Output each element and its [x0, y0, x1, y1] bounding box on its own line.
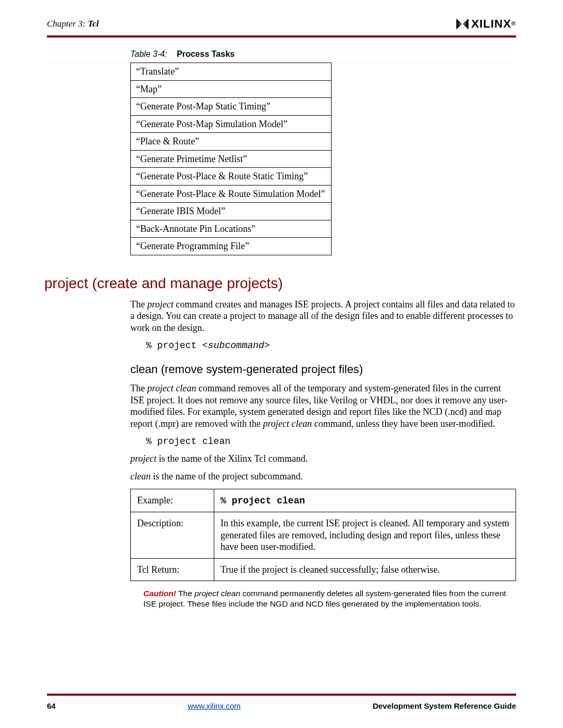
clean-syntax-line: % project clean: [146, 436, 516, 448]
page-header: Chapter 3: Tcl XILINX®: [47, 16, 516, 32]
project-syntax-line: % project <subcommand>: [146, 340, 516, 352]
table-caption-title: Process Tasks: [177, 50, 235, 58]
xilinx-logo: XILINX®: [456, 17, 516, 31]
svg-point-2: [459, 23, 460, 25]
process-task-row: “Translate”: [131, 63, 332, 81]
table-row: Description: In this example, the curren…: [131, 512, 516, 559]
footer-guide-title: Development System Reference Guide: [373, 701, 516, 711]
section-heading-project: project (create and manage projects): [44, 274, 516, 292]
caution-label: Caution!: [143, 589, 176, 598]
description-text: In this example, the current ISE project…: [214, 512, 516, 559]
table-caption-label: Table 3-4:: [130, 50, 167, 58]
footer-rule: [47, 694, 516, 696]
table-caption: Table 3-4: Process Tasks: [130, 49, 516, 59]
process-task-row: “Generate Post-Place & Route Static Timi…: [131, 168, 332, 186]
tcl-return-label: Tcl Return:: [131, 558, 214, 581]
page-footer: 64 www.xilinx.com Development System Ref…: [47, 701, 516, 711]
section-intro-paragraph: The project command creates and manages …: [130, 299, 516, 334]
svg-point-3: [464, 23, 466, 25]
process-task-row: “Back-Annotate Pin Locations”: [131, 220, 332, 238]
chapter-name: Tcl: [88, 19, 99, 29]
content-area: Table 3-4: Process Tasks “Translate” “Ma…: [86, 49, 516, 609]
header-rule: [47, 35, 516, 38]
process-tasks-table: “Translate” “Map” “Generate Post-Map Sta…: [130, 63, 332, 255]
chapter-label: Chapter 3: Tcl: [47, 18, 99, 29]
chapter-prefix: Chapter 3:: [47, 19, 85, 29]
clean-description-paragraph: The project clean command removes all of…: [130, 382, 516, 429]
process-task-row: “Place & Route”: [131, 133, 332, 151]
process-task-row: “Map”: [131, 80, 332, 98]
command-example-table: Example: % project clean Description: In…: [130, 489, 516, 582]
table-row: Tcl Return: True if the project is clean…: [131, 558, 516, 581]
description-label: Description:: [131, 512, 214, 559]
xilinx-logo-text: XILINX: [471, 17, 511, 31]
registered-mark: ®: [511, 20, 516, 28]
process-task-row: “Generate Post-Map Static Timing”: [131, 98, 332, 116]
clean-name-note: clean is the name of the project subcomm…: [130, 471, 516, 483]
footer-link[interactable]: www.xilinx.com: [188, 701, 241, 711]
table-row: Example: % project clean: [131, 489, 516, 512]
process-task-row: “Generate Primetime Netlist”: [131, 150, 332, 168]
subsection-heading-clean: clean (remove system-generated project f…: [130, 362, 516, 377]
example-label: Example:: [131, 489, 214, 512]
process-task-row: “Generate Programming File”: [131, 238, 332, 255]
caution-note: Caution! The project clean command perma…: [143, 588, 516, 609]
process-task-row: “Generate IBIS Model”: [131, 203, 332, 220]
process-task-row: “Generate Post-Map Simulation Model”: [131, 115, 332, 133]
project-name-note: project is the name of the Xilinx Tcl co…: [130, 453, 516, 465]
process-task-row: “Generate Post-Place & Route Simulation …: [131, 185, 332, 203]
example-code-cell: % project clean: [214, 489, 516, 512]
tcl-return-text: True if the project is cleaned successfu…: [214, 558, 516, 581]
page-number: 64: [47, 701, 56, 711]
xilinx-logo-icon: [456, 17, 469, 31]
